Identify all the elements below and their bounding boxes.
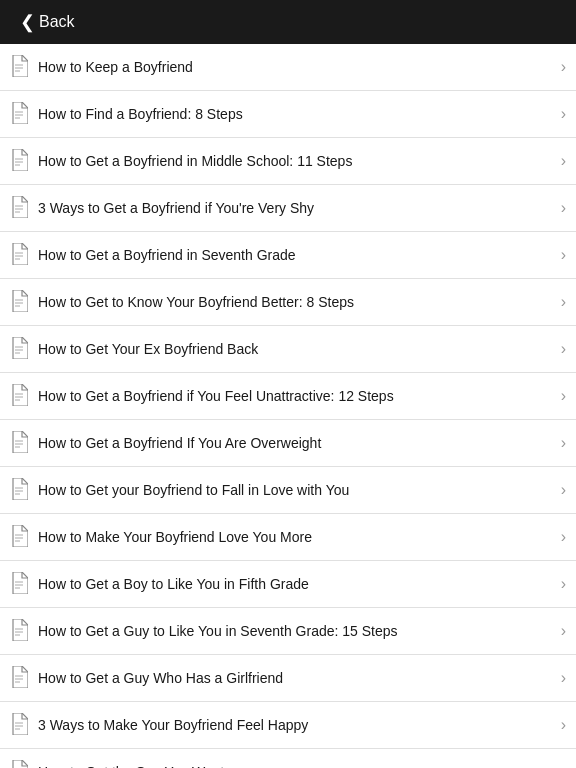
list-item[interactable]: How to Get a Boyfriend if You Feel Unatt… (0, 373, 576, 420)
list-item[interactable]: How to Get the Guy You Want› (0, 749, 576, 768)
item-title: 3 Ways to Make Your Boyfriend Feel Happy (38, 716, 555, 734)
chevron-right-icon: › (561, 481, 566, 499)
item-title: How to Get to Know Your Boyfriend Better… (38, 293, 555, 311)
chevron-right-icon: › (561, 669, 566, 687)
list-item[interactable]: How to Get a Boyfriend in Seventh Grade› (0, 232, 576, 279)
list-item[interactable]: How to Get a Boy to Like You in Fifth Gr… (0, 561, 576, 608)
document-icon (10, 760, 30, 768)
item-title: How to Get a Boyfriend if You Feel Unatt… (38, 387, 555, 405)
navigation-bar: ❮ Back (0, 0, 576, 44)
document-icon (10, 243, 30, 267)
chevron-right-icon: › (561, 763, 566, 768)
document-icon (10, 337, 30, 361)
chevron-right-icon: › (561, 622, 566, 640)
item-title: How to Get a Guy Who Has a Girlfriend (38, 669, 555, 687)
article-list: How to Keep a Boyfriend› How to Find a B… (0, 44, 576, 768)
item-title: How to Get your Boyfriend to Fall in Lov… (38, 481, 555, 499)
chevron-right-icon: › (561, 387, 566, 405)
list-item[interactable]: How to Get a Boyfriend in Middle School:… (0, 138, 576, 185)
back-button[interactable]: ❮ Back (12, 7, 83, 37)
back-label: Back (39, 13, 75, 31)
item-title: How to Get a Boyfriend If You Are Overwe… (38, 434, 555, 452)
item-title: How to Get Your Ex Boyfriend Back (38, 340, 555, 358)
document-icon (10, 149, 30, 173)
document-icon (10, 290, 30, 314)
document-icon (10, 525, 30, 549)
item-title: How to Get a Boyfriend in Seventh Grade (38, 246, 555, 264)
item-title: 3 Ways to Get a Boyfriend if You're Very… (38, 199, 555, 217)
chevron-right-icon: › (561, 58, 566, 76)
chevron-right-icon: › (561, 293, 566, 311)
document-icon (10, 55, 30, 79)
document-icon (10, 196, 30, 220)
document-icon (10, 478, 30, 502)
list-item[interactable]: How to Keep a Boyfriend› (0, 44, 576, 91)
document-icon (10, 713, 30, 737)
chevron-right-icon: › (561, 340, 566, 358)
item-title: How to Get a Boyfriend in Middle School:… (38, 152, 555, 170)
chevron-right-icon: › (561, 152, 566, 170)
chevron-right-icon: › (561, 199, 566, 217)
chevron-right-icon: › (561, 246, 566, 264)
document-icon (10, 619, 30, 643)
document-icon (10, 102, 30, 126)
document-icon (10, 666, 30, 690)
list-item[interactable]: How to Get your Boyfriend to Fall in Lov… (0, 467, 576, 514)
list-item[interactable]: 3 Ways to Make Your Boyfriend Feel Happy… (0, 702, 576, 749)
item-title: How to Get the Guy You Want (38, 763, 555, 768)
list-item[interactable]: How to Get Your Ex Boyfriend Back› (0, 326, 576, 373)
chevron-right-icon: › (561, 105, 566, 123)
list-item[interactable]: How to Get a Boyfriend If You Are Overwe… (0, 420, 576, 467)
list-item[interactable]: 3 Ways to Get a Boyfriend if You're Very… (0, 185, 576, 232)
chevron-right-icon: › (561, 434, 566, 452)
list-item[interactable]: How to Make Your Boyfriend Love You More… (0, 514, 576, 561)
document-icon (10, 572, 30, 596)
chevron-right-icon: › (561, 716, 566, 734)
list-item[interactable]: How to Get to Know Your Boyfriend Better… (0, 279, 576, 326)
list-item[interactable]: How to Get a Guy Who Has a Girlfriend› (0, 655, 576, 702)
item-title: How to Get a Boy to Like You in Fifth Gr… (38, 575, 555, 593)
item-title: How to Get a Guy to Like You in Seventh … (38, 622, 555, 640)
item-title: How to Keep a Boyfriend (38, 58, 555, 76)
list-item[interactable]: How to Get a Guy to Like You in Seventh … (0, 608, 576, 655)
back-chevron-icon: ❮ (20, 11, 35, 33)
chevron-right-icon: › (561, 528, 566, 546)
item-title: How to Find a Boyfriend: 8 Steps (38, 105, 555, 123)
chevron-right-icon: › (561, 575, 566, 593)
item-title: How to Make Your Boyfriend Love You More (38, 528, 555, 546)
document-icon (10, 431, 30, 455)
document-icon (10, 384, 30, 408)
list-item[interactable]: How to Find a Boyfriend: 8 Steps› (0, 91, 576, 138)
